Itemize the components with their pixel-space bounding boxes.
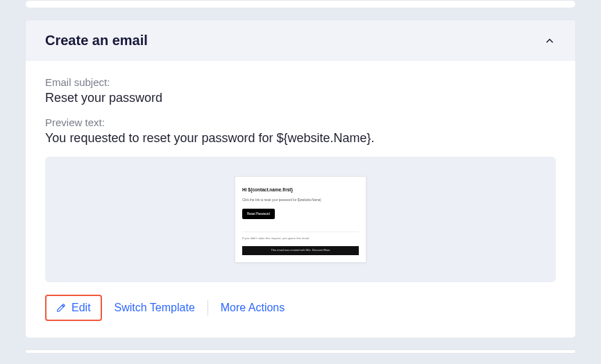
- thumb-separator: [242, 232, 359, 232]
- edit-label: Edit: [71, 302, 91, 314]
- pencil-icon: [56, 303, 66, 313]
- email-thumbnail: Hi ${contact.name.first} Click the link …: [235, 176, 366, 263]
- thumb-line1: Click the link to reset your password fo…: [242, 198, 359, 202]
- more-actions-button[interactable]: More Actions: [221, 302, 285, 314]
- thumb-note: If you didn't make this request, just ig…: [242, 236, 359, 241]
- chevron-up-icon: [543, 35, 556, 47]
- create-email-card: Create an email Email subject: Reset you…: [25, 19, 576, 338]
- actions-row: Edit Switch Template More Actions: [45, 295, 556, 321]
- card-body: Email subject: Reset your password Previ…: [26, 61, 575, 338]
- email-subject-label: Email subject:: [45, 76, 556, 88]
- next-card-stub: [25, 349, 576, 354]
- email-subject-value: Reset your password: [45, 91, 556, 105]
- preview-text-value: You requested to reset your password for…: [45, 131, 556, 146]
- action-divider: [208, 300, 208, 315]
- email-preview-box: Hi ${contact.name.first} Click the link …: [45, 157, 556, 282]
- thumb-greeting: Hi ${contact.name.first}: [242, 187, 359, 193]
- thumb-footer: This email was created with Wix. Discove…: [242, 246, 359, 254]
- card-title: Create an email: [45, 33, 148, 49]
- thumb-reset-button: Reset Password: [242, 209, 275, 219]
- previous-card-stub: [25, 0, 576, 8]
- switch-template-button[interactable]: Switch Template: [115, 302, 195, 314]
- card-header[interactable]: Create an email: [26, 20, 575, 61]
- edit-button[interactable]: Edit: [45, 295, 102, 321]
- preview-text-label: Preview text:: [45, 116, 556, 128]
